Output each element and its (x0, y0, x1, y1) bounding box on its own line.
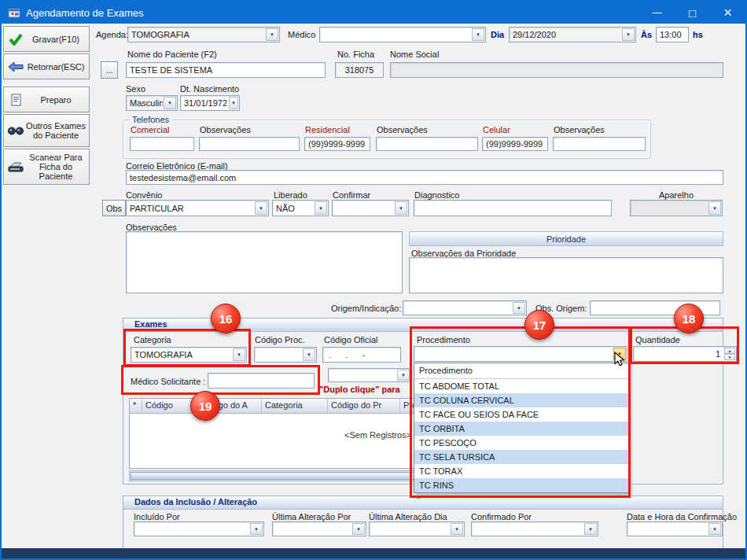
spin-up-icon[interactable]: ▲ (724, 348, 735, 354)
observacoes3-label: Observações (554, 125, 605, 134)
dropdown-item[interactable]: TC FACE OU SEIOS DA FACE (414, 407, 628, 422)
sexo-value: Masculino (127, 98, 163, 108)
dia-value: 29/12/2020 (510, 30, 621, 39)
dropdown-item[interactable]: TC RINS (414, 478, 628, 492)
dropdown-item[interactable]: TC ABDOME TOTAL (414, 379, 628, 393)
dia-label: Dia (491, 30, 504, 39)
nascimento-label: Dt. Nascimento (180, 84, 239, 94)
nome-social-input[interactable] (390, 62, 723, 78)
nome-social-label: Nome Social (390, 50, 439, 59)
preparo-button[interactable]: Preparo (3, 87, 90, 112)
codigo-oficial-input[interactable]: . . - (322, 347, 401, 363)
prioridade-header[interactable]: Prioridade (409, 231, 723, 246)
nascimento-select[interactable]: 31/01/1972 ▼ (180, 95, 240, 111)
annotation-badge-19: 19 (190, 391, 220, 421)
chevron-down-icon: ▼ (352, 523, 365, 535)
ultima-alteracao-por-label: Última Alteração Por (272, 512, 351, 521)
dropdown-column-header[interactable]: Procedimento (414, 363, 628, 379)
celular-label: Celular (483, 125, 510, 134)
buscar-paciente-button[interactable]: ... (101, 61, 118, 79)
outros-exames-button[interactable]: Outros Exames do Paciente (3, 114, 90, 147)
close-button[interactable]: × (710, 2, 745, 24)
retornar-label: Retornar(ESC) (25, 62, 86, 72)
dropdown-item[interactable]: TC ORBITA (414, 422, 628, 436)
grid-col-codigo-proc[interactable]: Código do Pr (328, 399, 400, 413)
hora-input[interactable]: 13:00 (656, 27, 689, 42)
chevron-down-icon: ▼ (472, 28, 484, 41)
observacoes3-input[interactable] (553, 137, 646, 151)
observacoes1-input[interactable] (199, 137, 300, 151)
diagnostico-input[interactable] (414, 200, 612, 216)
aparelho-select[interactable]: ▼ (630, 200, 723, 216)
medico-solicitante-input[interactable] (208, 373, 315, 389)
liberado-select[interactable]: NÃO ▼ (272, 200, 329, 216)
confirmado-por-select[interactable]: ▼ (471, 521, 598, 536)
annotation-badge-16: 16 (211, 304, 241, 333)
email-input[interactable]: testedesistema@email.com (126, 170, 723, 185)
observacoes2-label: Observações (377, 125, 428, 134)
comercial-input[interactable] (130, 137, 194, 151)
spin-down-icon[interactable]: ▼ (724, 354, 735, 360)
retornar-button[interactable]: Retornar(ESC) (3, 53, 90, 79)
chevron-down-icon: ▼ (315, 201, 327, 215)
minimize-button[interactable]: — (639, 2, 675, 24)
quantidade-label: Quantidade (635, 335, 680, 344)
maximize-icon: □ (689, 6, 696, 20)
codigo-proc-select[interactable]: ▼ (254, 347, 317, 363)
nome-paciente-label: Nome do Paciente (F2) (127, 50, 217, 59)
chevron-down-icon: ▼ (622, 28, 635, 41)
clipboard-icon (6, 94, 25, 106)
convenio-select[interactable]: PARTICULAR ▼ (126, 200, 269, 216)
origem-select[interactable]: ▼ (403, 300, 527, 315)
medico-select[interactable]: ▼ (319, 27, 486, 42)
categoria-select[interactable]: TOMOGRAFIA ▼ (131, 347, 247, 363)
annotation-badge-17: 17 (524, 310, 554, 340)
app-window: Agendamento de Exames — □ × Gravar(F10) … (0, 0, 747, 560)
nome-paciente-input[interactable]: TESTE DE SISTEMA (126, 62, 326, 78)
data-hora-confirmacao-select[interactable]: ▼ (627, 521, 723, 536)
grid-col-categoria[interactable]: Categoria (262, 399, 328, 413)
procedimento-dropdown-list: Procedimento TC ABDOME TOTAL TC COLUNA C… (414, 363, 629, 493)
chevron-down-icon: ▼ (229, 97, 238, 109)
scanear-button[interactable]: Scanear Para Ficha do Paciente (3, 149, 90, 185)
chevron-down-icon: ▼ (708, 201, 721, 215)
dropdown-close-icon[interactable]: × (416, 492, 421, 502)
observacoes-textarea[interactable] (126, 231, 403, 293)
procedimento-select[interactable]: ▼ (414, 346, 627, 362)
observacoes-prioridade-textarea[interactable] (409, 257, 723, 293)
dropdown-item[interactable]: TC COLUNA CERVICAL (414, 393, 628, 407)
grid-col-indicator[interactable]: * (130, 399, 142, 413)
chevron-down-icon: ▼ (708, 523, 721, 535)
confirmar-select[interactable]: ▼ (332, 200, 409, 216)
gravar-button[interactable]: Gravar(F10) (3, 26, 90, 52)
medico-solicitante-select[interactable]: ▼ (328, 368, 411, 382)
residencial-input[interactable]: (99)9999-9999 (304, 137, 370, 151)
dados-inclusao-title: Dados da Inclusão / Alteração (123, 496, 723, 510)
prioridade-header-label: Prioridade (546, 234, 586, 244)
obs-button[interactable]: Obs (102, 200, 126, 216)
ultima-alteracao-dia-select[interactable]: ▼ (369, 521, 465, 536)
as-label: Às (641, 30, 652, 39)
dia-select[interactable]: 29/12/2020 ▼ (509, 27, 636, 42)
dropdown-item[interactable]: TC PESCOÇO (414, 436, 628, 450)
residencial-value: (99)9999-9999 (305, 139, 370, 149)
medico-label: Médico (288, 30, 315, 39)
dropdown-item[interactable]: TC TORAX (414, 464, 628, 478)
close-icon: × (723, 5, 732, 21)
title-bar[interactable]: Agendamento de Exames — □ × (2, 2, 745, 24)
agenda-select[interactable]: TOMOGRAFIA ▼ (127, 27, 280, 42)
ficha-label: No. Ficha (337, 50, 374, 59)
ultima-alteracao-por-select[interactable]: ▼ (272, 521, 366, 536)
origem-label: Origem/Indicação: (331, 304, 401, 313)
quantidade-spinner[interactable]: 1 ▲ ▼ (633, 346, 737, 362)
dropdown-item[interactable]: TC SELA TURSICA (414, 450, 628, 464)
chevron-down-icon: ▼ (164, 97, 176, 109)
maximize-button[interactable]: □ (675, 2, 710, 24)
observacoes2-input[interactable] (376, 137, 478, 151)
chevron-down-icon: ▼ (513, 302, 525, 314)
grid-col-codigo[interactable]: Código (142, 399, 197, 413)
chevron-down-icon: ▼ (397, 370, 410, 381)
incluido-por-select[interactable]: ▼ (134, 521, 264, 536)
sexo-select[interactable]: Masculino ▼ (126, 95, 178, 111)
celular-input[interactable]: (99)9999-9999 (482, 137, 548, 151)
